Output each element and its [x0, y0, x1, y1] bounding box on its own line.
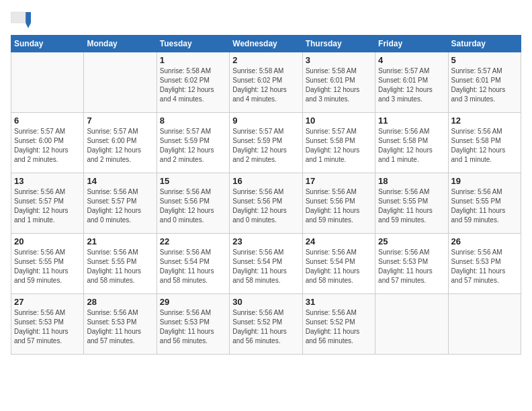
day-number: 2	[232, 55, 299, 65]
day-number: 19	[451, 176, 518, 186]
calendar-cell: 14Sunrise: 5:56 AM Sunset: 5:57 PM Dayli…	[84, 173, 157, 234]
day-info: Sunrise: 5:56 AM Sunset: 5:53 PM Dayligh…	[378, 248, 445, 285]
day-info: Sunrise: 5:56 AM Sunset: 5:58 PM Dayligh…	[378, 127, 445, 165]
day-info: Sunrise: 5:56 AM Sunset: 5:53 PM Dayligh…	[14, 308, 81, 346]
day-number: 27	[14, 297, 81, 307]
calendar-week-4: 20Sunrise: 5:56 AM Sunset: 5:55 PM Dayli…	[11, 234, 521, 294]
day-number: 5	[451, 55, 518, 65]
day-number: 23	[232, 236, 299, 246]
day-number: 25	[378, 236, 445, 246]
day-number: 20	[14, 236, 81, 246]
day-header-saturday: Saturday	[448, 36, 521, 52]
day-info: Sunrise: 5:56 AM Sunset: 5:54 PM Dayligh…	[232, 248, 299, 285]
day-info: Sunrise: 5:57 AM Sunset: 6:00 PM Dayligh…	[14, 127, 81, 165]
calendar-cell: 16Sunrise: 5:56 AM Sunset: 5:56 PM Dayli…	[230, 173, 302, 234]
day-info: Sunrise: 5:56 AM Sunset: 5:54 PM Dayligh…	[306, 248, 372, 285]
calendar-cell	[11, 52, 84, 113]
day-number: 13	[14, 176, 81, 186]
calendar-cell: 12Sunrise: 5:56 AM Sunset: 5:58 PM Dayli…	[448, 113, 521, 173]
calendar-cell: 11Sunrise: 5:56 AM Sunset: 5:58 PM Dayli…	[375, 113, 448, 173]
calendar-cell: 18Sunrise: 5:56 AM Sunset: 5:55 PM Dayli…	[375, 173, 448, 234]
calendar-cell: 8Sunrise: 5:57 AM Sunset: 5:59 PM Daylig…	[157, 113, 229, 173]
day-number: 15	[160, 176, 226, 186]
day-number: 12	[451, 116, 518, 126]
day-header-thursday: Thursday	[302, 36, 375, 52]
day-info: Sunrise: 5:57 AM Sunset: 6:01 PM Dayligh…	[451, 66, 518, 104]
calendar-cell: 9Sunrise: 5:57 AM Sunset: 5:59 PM Daylig…	[230, 113, 302, 173]
day-number: 8	[160, 116, 226, 126]
day-number: 4	[378, 55, 445, 65]
calendar-cell: 27Sunrise: 5:56 AM Sunset: 5:53 PM Dayli…	[11, 294, 84, 355]
calendar-cell: 29Sunrise: 5:56 AM Sunset: 5:53 PM Dayli…	[157, 294, 229, 355]
calendar-cell	[448, 294, 521, 355]
calendar-cell: 24Sunrise: 5:56 AM Sunset: 5:54 PM Dayli…	[302, 234, 375, 294]
calendar-week-1: 1Sunrise: 5:58 AM Sunset: 6:02 PM Daylig…	[11, 52, 521, 113]
day-number: 18	[378, 176, 445, 186]
calendar-cell: 23Sunrise: 5:56 AM Sunset: 5:54 PM Dayli…	[230, 234, 302, 294]
day-header-sunday: Sunday	[11, 36, 84, 52]
calendar-cell: 22Sunrise: 5:56 AM Sunset: 5:54 PM Dayli…	[157, 234, 229, 294]
calendar-cell: 25Sunrise: 5:56 AM Sunset: 5:53 PM Dayli…	[375, 234, 448, 294]
day-info: Sunrise: 5:56 AM Sunset: 5:54 PM Dayligh…	[160, 248, 226, 285]
day-header-tuesday: Tuesday	[157, 36, 229, 52]
day-info: Sunrise: 5:57 AM Sunset: 5:59 PM Dayligh…	[232, 127, 299, 165]
calendar-table: SundayMondayTuesdayWednesdayThursdayFrid…	[11, 35, 521, 355]
day-info: Sunrise: 5:57 AM Sunset: 6:01 PM Dayligh…	[378, 66, 445, 104]
day-info: Sunrise: 5:56 AM Sunset: 5:55 PM Dayligh…	[14, 248, 81, 285]
day-info: Sunrise: 5:56 AM Sunset: 5:56 PM Dayligh…	[160, 187, 226, 225]
day-number: 11	[378, 116, 445, 126]
calendar-week-3: 13Sunrise: 5:56 AM Sunset: 5:57 PM Dayli…	[11, 173, 521, 234]
calendar-cell: 15Sunrise: 5:56 AM Sunset: 5:56 PM Dayli…	[157, 173, 229, 234]
calendar-cell: 20Sunrise: 5:56 AM Sunset: 5:55 PM Dayli…	[11, 234, 84, 294]
day-info: Sunrise: 5:58 AM Sunset: 6:02 PM Dayligh…	[160, 66, 226, 104]
day-info: Sunrise: 5:57 AM Sunset: 5:59 PM Dayligh…	[160, 127, 226, 165]
day-info: Sunrise: 5:56 AM Sunset: 5:56 PM Dayligh…	[306, 187, 372, 225]
day-info: Sunrise: 5:56 AM Sunset: 5:56 PM Dayligh…	[232, 187, 299, 225]
day-number: 31	[306, 297, 372, 307]
calendar-cell: 19Sunrise: 5:56 AM Sunset: 5:55 PM Dayli…	[448, 173, 521, 234]
calendar-cell	[375, 294, 448, 355]
day-number: 30	[232, 297, 299, 307]
calendar-cell: 4Sunrise: 5:57 AM Sunset: 6:01 PM Daylig…	[375, 52, 448, 113]
calendar-cell: 6Sunrise: 5:57 AM Sunset: 6:00 PM Daylig…	[11, 113, 84, 173]
day-info: Sunrise: 5:56 AM Sunset: 5:55 PM Dayligh…	[378, 187, 445, 225]
calendar-cell: 31Sunrise: 5:56 AM Sunset: 5:52 PM Dayli…	[302, 294, 375, 355]
calendar-cell: 17Sunrise: 5:56 AM Sunset: 5:56 PM Dayli…	[302, 173, 375, 234]
day-number: 10	[306, 116, 372, 126]
day-info: Sunrise: 5:56 AM Sunset: 5:55 PM Dayligh…	[87, 248, 153, 285]
calendar-cell: 13Sunrise: 5:56 AM Sunset: 5:57 PM Dayli…	[11, 173, 84, 234]
logo	[11, 11, 32, 28]
header	[11, 11, 521, 28]
day-info: Sunrise: 5:56 AM Sunset: 5:52 PM Dayligh…	[306, 308, 372, 346]
day-info: Sunrise: 5:56 AM Sunset: 5:52 PM Dayligh…	[232, 308, 299, 346]
day-info: Sunrise: 5:56 AM Sunset: 5:53 PM Dayligh…	[87, 308, 153, 346]
calendar-week-2: 6Sunrise: 5:57 AM Sunset: 6:00 PM Daylig…	[11, 113, 521, 173]
calendar-cell: 1Sunrise: 5:58 AM Sunset: 6:02 PM Daylig…	[157, 52, 229, 113]
day-info: Sunrise: 5:56 AM Sunset: 5:53 PM Dayligh…	[451, 248, 518, 285]
day-info: Sunrise: 5:58 AM Sunset: 6:02 PM Dayligh…	[232, 66, 299, 104]
day-number: 26	[451, 236, 518, 246]
day-info: Sunrise: 5:56 AM Sunset: 5:57 PM Dayligh…	[14, 187, 81, 225]
calendar-cell: 10Sunrise: 5:57 AM Sunset: 5:58 PM Dayli…	[302, 113, 375, 173]
day-number: 9	[232, 116, 299, 126]
calendar-cell: 21Sunrise: 5:56 AM Sunset: 5:55 PM Dayli…	[84, 234, 157, 294]
day-number: 24	[306, 236, 372, 246]
day-number: 1	[160, 55, 226, 65]
calendar-cell: 3Sunrise: 5:58 AM Sunset: 6:01 PM Daylig…	[302, 52, 375, 113]
day-info: Sunrise: 5:56 AM Sunset: 5:55 PM Dayligh…	[451, 187, 518, 225]
calendar-cell: 26Sunrise: 5:56 AM Sunset: 5:53 PM Dayli…	[448, 234, 521, 294]
day-header-monday: Monday	[84, 36, 157, 52]
day-info: Sunrise: 5:57 AM Sunset: 6:00 PM Dayligh…	[87, 127, 153, 165]
day-number: 17	[306, 176, 372, 186]
calendar-week-5: 27Sunrise: 5:56 AM Sunset: 5:53 PM Dayli…	[11, 294, 521, 355]
svg-marker-0	[26, 12, 31, 23]
day-number: 22	[160, 236, 226, 246]
day-number: 28	[87, 297, 153, 307]
day-number: 21	[87, 236, 153, 246]
day-number: 14	[87, 176, 153, 186]
day-info: Sunrise: 5:57 AM Sunset: 5:58 PM Dayligh…	[306, 127, 372, 165]
day-number: 6	[14, 116, 81, 126]
day-number: 29	[160, 297, 226, 307]
day-number: 16	[232, 176, 299, 186]
day-number: 7	[87, 116, 153, 126]
